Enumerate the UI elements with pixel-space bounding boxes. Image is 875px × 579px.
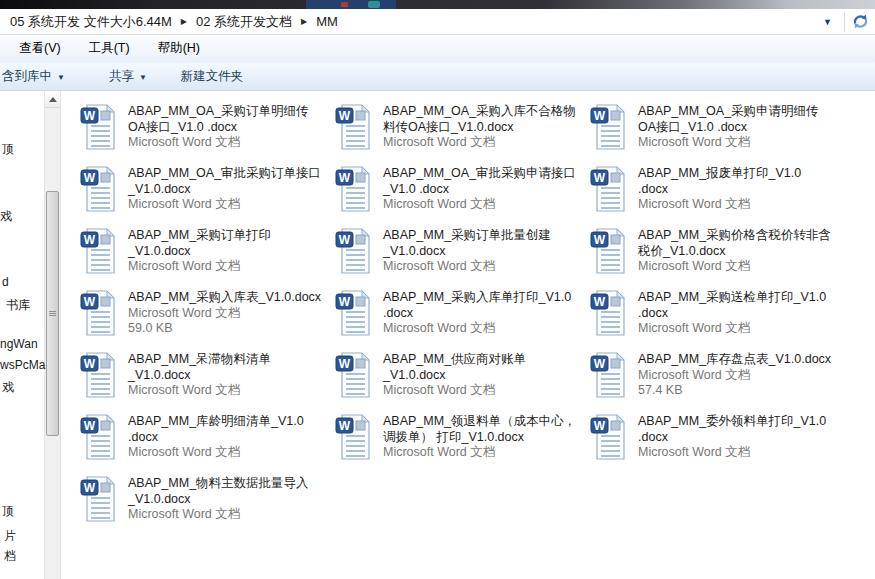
file-name: ABAP_MM_库龄明细清单_V1.0.docx: [128, 414, 304, 445]
breadcrumb-segment[interactable]: MM: [316, 14, 338, 29]
file-text: ABAP_MM_采购订单批量创建_V1.0.docx Microsoft Wor…: [383, 227, 551, 275]
word-doc-icon: W: [80, 351, 120, 399]
file-name: ABAP_MM_采购订单打印_V1.0.docx: [128, 228, 271, 259]
word-doc-icon: W: [335, 413, 375, 461]
sidebar-item-fragment[interactable]: d: [2, 275, 9, 289]
refresh-button[interactable]: [845, 9, 875, 34]
file-text: ABAP_MM_库存盘点表_V1.0.docx Microsoft Word 文…: [638, 351, 831, 399]
file-item[interactable]: W ABAP_MM_OA_审批采购申请接口_V1.0 .docx Microso…: [335, 165, 590, 227]
file-text: ABAP_MM_采购价格含税价转非含税价_V1.0.docx Microsoft…: [638, 227, 831, 275]
file-type: Microsoft Word 文档: [128, 197, 321, 213]
breadcrumb-arrow-icon[interactable]: ▶: [301, 17, 307, 26]
file-type: Microsoft Word 文档: [638, 135, 819, 151]
file-text: ABAP_MM_OA_采购订单明细传OA接口_V1.0 .docx Micros…: [128, 103, 309, 151]
sidebar-item-fragment[interactable]: wsPcMa: [0, 358, 45, 372]
file-type: Microsoft Word 文档: [383, 321, 571, 337]
file-type: Microsoft Word 文档: [383, 197, 576, 213]
file-item[interactable]: W ABAP_MM_供应商对账单_V1.0.docx Microsoft Wor…: [335, 351, 590, 413]
file-item[interactable]: W ABAP_MM_库龄明细清单_V1.0.docx Microsoft Wor…: [80, 413, 335, 475]
file-item[interactable]: W ABAP_MM_OA_采购申请明细传OA接口_V1.0 .docx Micr…: [590, 103, 845, 165]
word-doc-icon: W: [590, 227, 630, 275]
word-doc-icon: W: [590, 103, 630, 151]
breadcrumb-segment[interactable]: 02 系统开发文档: [196, 13, 292, 31]
file-type: Microsoft Word 文档: [383, 445, 576, 461]
sidebar-item-fragment[interactable]: 书库: [6, 297, 30, 314]
menu-bar: 查看(V)工具(T)帮助(H): [0, 35, 875, 62]
file-name: ABAP_MM_委外领料单打印_V1.0.docx: [638, 414, 826, 445]
svg-text:W: W: [84, 171, 96, 185]
word-doc-icon: W: [80, 227, 120, 275]
word-doc-icon: W: [335, 351, 375, 399]
breadcrumb-segment[interactable]: 05 系统开发 文件大小6.44M: [10, 13, 172, 31]
file-item[interactable]: W ABAP_MM_采购价格含税价转非含税价_V1.0.docx Microso…: [590, 227, 845, 289]
svg-text:W: W: [84, 419, 96, 433]
file-name: ABAP_MM_采购入库单打印_V1.0.docx: [383, 290, 571, 321]
nav-scrollbar[interactable]: [44, 91, 61, 579]
file-type: Microsoft Word 文档: [638, 445, 826, 461]
address-bar[interactable]: 05 系统开发 文件大小6.44M▶02 系统开发文档▶MM ▼: [0, 9, 875, 35]
menu-item[interactable]: 查看(V): [13, 37, 67, 60]
svg-text:W: W: [339, 109, 351, 123]
toolbar-button[interactable]: 共享▼: [101, 64, 155, 89]
file-name: ABAP_MM_OA_审批采购订单接口_V1.0.docx: [128, 166, 321, 197]
word-doc-icon: W: [335, 165, 375, 213]
file-type: Microsoft Word 文档: [128, 259, 271, 275]
file-item[interactable]: W ABAP_MM_采购入库表_V1.0.docx Microsoft Word…: [80, 289, 335, 351]
file-item[interactable]: W ABAP_MM_采购订单批量创建_V1.0.docx Microsoft W…: [335, 227, 590, 289]
file-item[interactable]: W ABAP_MM_采购入库单打印_V1.0.docx Microsoft Wo…: [335, 289, 590, 351]
sidebar-item-fragment[interactable]: 顶: [2, 503, 14, 520]
nav-pane: 顶戏d书库ngWanwsPcMa戏顶片档: [0, 91, 63, 579]
file-item[interactable]: W ABAP_MM_OA_采购入库不合格物料传OA接口_V1.0.docx Mi…: [335, 103, 590, 165]
breadcrumb-arrow-icon[interactable]: ▶: [181, 17, 187, 26]
file-name: ABAP_MM_物料主数据批量导入_V1.0.docx: [128, 476, 309, 507]
file-item[interactable]: W ABAP_MM_采购送检单打印_V1.0.docx Microsoft Wo…: [590, 289, 845, 351]
sidebar-item-fragment[interactable]: 戏: [0, 208, 12, 225]
file-size: 57.4 KB: [638, 383, 831, 399]
file-grid: W ABAP_MM_OA_采购订单明细传OA接口_V1.0 .docx Micr…: [80, 103, 875, 537]
svg-text:W: W: [84, 357, 96, 371]
file-item[interactable]: W ABAP_MM_报废单打印_V1.0.docx Microsoft Word…: [590, 165, 845, 227]
explorer-window: 05 系统开发 文件大小6.44M▶02 系统开发文档▶MM ▼ 查看(V)工具…: [0, 0, 875, 579]
file-name: ABAP_MM_库存盘点表_V1.0.docx: [638, 352, 831, 368]
sidebar-item-fragment[interactable]: 顶: [2, 141, 14, 158]
file-item[interactable]: W ABAP_MM_委外领料单打印_V1.0.docx Microsoft Wo…: [590, 413, 845, 475]
menu-item[interactable]: 帮助(H): [152, 37, 206, 60]
file-name: ABAP_MM_采购订单批量创建_V1.0.docx: [383, 228, 551, 259]
file-type: Microsoft Word 文档: [128, 445, 304, 461]
file-item[interactable]: W ABAP_MM_物料主数据批量导入_V1.0.docx Microsoft …: [80, 475, 335, 537]
file-name: ABAP_MM_采购入库表_V1.0.docx: [128, 290, 321, 306]
file-name: ABAP_MM_OA_采购申请明细传OA接口_V1.0 .docx: [638, 104, 819, 135]
scrollbar-thumb[interactable]: [46, 191, 59, 436]
word-doc-icon: W: [335, 227, 375, 275]
word-doc-icon: W: [80, 413, 120, 461]
chevron-down-icon: ▼: [57, 73, 65, 82]
file-item[interactable]: W ABAP_MM_库存盘点表_V1.0.docx Microsoft Word…: [590, 351, 845, 413]
svg-text:W: W: [339, 295, 351, 309]
svg-text:W: W: [594, 419, 606, 433]
sidebar-item-fragment[interactable]: 片: [4, 528, 16, 545]
word-doc-icon: W: [80, 475, 120, 523]
file-item[interactable]: W ABAP_MM_OA_审批采购订单接口_V1.0.docx Microsof…: [80, 165, 335, 227]
chevron-down-icon[interactable]: ▼: [811, 17, 844, 27]
file-name: ABAP_MM_呆滞物料清单_V1.0.docx: [128, 352, 271, 383]
file-item[interactable]: W ABAP_MM_领退料单（成本中心，调拨单） 打印_V1.0.docx Mi…: [335, 413, 590, 475]
toolbar-button[interactable]: 新建文件夹: [173, 64, 252, 89]
sidebar-item-fragment[interactable]: ngWan: [0, 337, 38, 351]
scrollbar-up-button[interactable]: [45, 91, 60, 108]
sidebar-item-fragment[interactable]: 档: [4, 548, 16, 565]
svg-text:W: W: [84, 233, 96, 247]
file-type: Microsoft Word 文档: [638, 197, 801, 213]
refresh-icon: [852, 13, 869, 30]
file-type: Microsoft Word 文档: [128, 507, 309, 523]
sidebar-item-fragment[interactable]: 戏: [2, 379, 14, 396]
file-type: Microsoft Word 文档: [128, 383, 271, 399]
file-item[interactable]: W ABAP_MM_OA_采购订单明细传OA接口_V1.0 .docx Micr…: [80, 103, 335, 165]
toolbar-button[interactable]: 含到库中▼: [0, 64, 73, 89]
menu-item[interactable]: 工具(T): [83, 37, 136, 60]
file-name: ABAP_MM_领退料单（成本中心，调拨单） 打印_V1.0.docx: [383, 414, 576, 445]
word-doc-icon: W: [80, 289, 120, 337]
file-text: ABAP_MM_OA_采购申请明细传OA接口_V1.0 .docx Micros…: [638, 103, 819, 151]
file-item[interactable]: W ABAP_MM_呆滞物料清单_V1.0.docx Microsoft Wor…: [80, 351, 335, 413]
file-item[interactable]: W ABAP_MM_采购订单打印_V1.0.docx Microsoft Wor…: [80, 227, 335, 289]
file-text: ABAP_MM_采购入库表_V1.0.docx Microsoft Word 文…: [128, 289, 321, 337]
